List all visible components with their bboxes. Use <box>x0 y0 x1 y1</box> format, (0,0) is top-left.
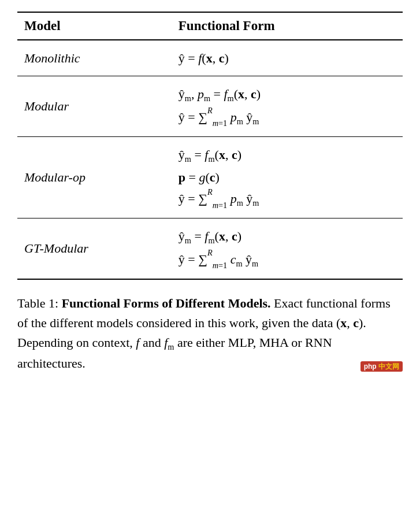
table-row: GT-Modular ŷm = fm(x, c) ŷ = ∑Rm=1 cm ŷm <box>17 218 403 279</box>
caption-label: Table 1: <box>17 296 58 310</box>
table-row: Monolithic ŷ = f(x, c) <box>17 40 403 76</box>
col-header-model: Model <box>17 12 172 40</box>
table-row: Modular-op ŷm = fm(x, c) p = g(c) ŷ = ∑R… <box>17 136 403 218</box>
formula-modular-op: ŷm = fm(x, c) p = g(c) ŷ = ∑Rm=1 pm ŷm <box>172 136 403 218</box>
table-row: Modular ŷm, pm = fm(x, c) ŷ = ∑Rm=1 pm ŷ… <box>17 76 403 137</box>
formula-monolithic: ŷ = f(x, c) <box>172 40 403 76</box>
col-header-functional-form: Functional Form <box>172 12 403 40</box>
model-name-monolithic: Monolithic <box>17 40 172 76</box>
model-name-modular-op: Modular-op <box>17 136 172 218</box>
table-container: Model Functional Form Monolithic ŷ = f(x… <box>17 12 403 280</box>
table-caption: Table 1: Functional Forms of Different M… <box>17 294 403 373</box>
table-header-row: Model Functional Form <box>17 12 403 40</box>
formula-modular: ŷm, pm = fm(x, c) ŷ = ∑Rm=1 pm ŷm <box>172 76 403 137</box>
caption-bold: Functional Forms of Different Models. <box>62 296 271 310</box>
model-table: Model Functional Form Monolithic ŷ = f(x… <box>17 12 403 280</box>
model-name-gt-modular: GT-Modular <box>17 218 172 279</box>
php-badge: php 中文网 <box>360 356 403 376</box>
model-name-modular: Modular <box>17 76 172 137</box>
formula-gt-modular: ŷm = fm(x, c) ŷ = ∑Rm=1 cm ŷm <box>172 218 403 279</box>
